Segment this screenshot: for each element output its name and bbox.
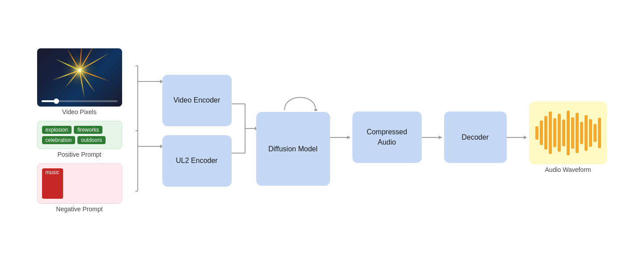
svg-marker-15 — [347, 136, 351, 139]
wbar — [598, 118, 601, 148]
audio-waveform-group: Audio Waveform — [529, 102, 607, 173]
positive-prompt-box: explosion fireworks celebration outdoors — [37, 121, 122, 149]
video-pixels-label: Video Pixels — [62, 108, 97, 116]
ul2-encoder-block: UL2 Encoder — [162, 135, 232, 187]
firework-center — [78, 68, 81, 72]
wbar — [571, 117, 574, 149]
input-column: Video Pixels explosion fireworks celebra… — [37, 48, 122, 213]
positive-prompt-group: explosion fireworks celebration outdoors… — [37, 121, 122, 158]
waveform-box — [529, 102, 607, 164]
self-loop-svg — [278, 89, 322, 111]
diagram: Video Pixels explosion fireworks celebra… — [0, 28, 644, 234]
video-thumbnail — [37, 48, 122, 107]
wbar — [549, 111, 552, 154]
compressed-audio-group: Compressed Audio — [352, 111, 422, 163]
wbar — [589, 119, 592, 147]
positive-prompt-label: Positive Prompt — [57, 151, 101, 158]
wbar — [567, 111, 570, 155]
negative-prompt-group: music Negative Prompt — [37, 163, 122, 213]
decoder-group: Decoder — [444, 111, 507, 163]
arrow-decoder-waveform — [507, 135, 529, 140]
video-pixels-group: Video Pixels — [37, 48, 122, 116]
video-encoder-block: Video Encoder — [162, 75, 232, 126]
diffusion-model-group: Diffusion Model — [256, 89, 330, 186]
video-progress-fill — [42, 100, 57, 102]
wbar — [540, 120, 543, 145]
svg-marker-19 — [524, 136, 527, 139]
decoder-block: Decoder — [444, 111, 507, 163]
negative-prompt-label: Negative Prompt — [56, 205, 102, 213]
branch-connector — [136, 37, 162, 225]
video-progress-bar[interactable] — [42, 100, 118, 102]
video-progress-thumb — [54, 98, 59, 104]
audio-waveform-label: Audio Waveform — [545, 166, 591, 173]
negative-prompt-box: music — [37, 163, 122, 204]
tag-explosion: explosion — [42, 126, 72, 134]
fw-ray — [78, 53, 109, 72]
fw-ray — [77, 69, 109, 82]
arrow-compressed-decoder — [422, 135, 444, 140]
encoder-column: Video Encoder UL2 Encoder — [162, 75, 232, 187]
wbar — [593, 124, 597, 142]
tag-music: music — [42, 168, 63, 199]
wbar — [544, 116, 547, 150]
wbar — [585, 115, 588, 151]
tag-fireworks: fireworks — [74, 126, 102, 134]
tag-celebration: celebration — [42, 136, 76, 144]
wbar — [535, 126, 538, 140]
wbar — [580, 122, 583, 144]
svg-marker-13 — [314, 109, 318, 111]
diffusion-model-block: Diffusion Model — [256, 112, 330, 186]
tag-outdoors: outdoors — [77, 136, 106, 144]
wbar — [576, 113, 579, 153]
wbar — [558, 114, 561, 152]
firework-canvas — [37, 48, 122, 107]
arrow-diffusion-compressed — [330, 135, 352, 140]
fw-ray — [51, 69, 81, 81]
waveform-bars — [535, 107, 601, 159]
compressed-audio-block: Compressed Audio — [352, 111, 422, 163]
merge-connector — [232, 75, 256, 187]
wbar — [553, 118, 556, 147]
svg-marker-17 — [439, 136, 442, 139]
wbar — [562, 120, 565, 146]
